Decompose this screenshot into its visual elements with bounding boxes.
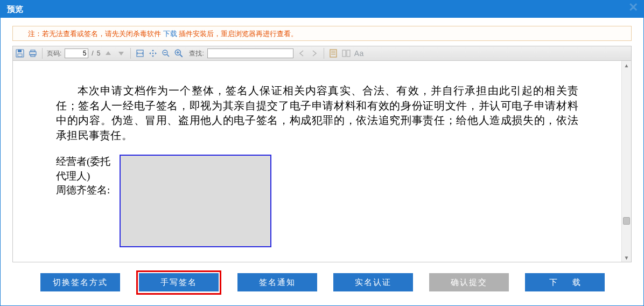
page-total: 5 — [97, 50, 101, 57]
page-number-input[interactable] — [65, 48, 88, 58]
svg-rect-19 — [342, 50, 346, 57]
download-button[interactable]: 下 载 — [525, 273, 605, 291]
signer-label-line1: 经营者(委托 — [56, 155, 118, 169]
scroll-up-icon[interactable]: ▲ — [622, 61, 631, 69]
svg-line-12 — [180, 54, 183, 57]
save-icon[interactable] — [15, 48, 25, 58]
search-next-icon[interactable] — [310, 48, 319, 58]
preview-modal: 预览 ✕ 注：若无法查看或签名，请先关闭杀毒软件 下载 插件安装后，重启浏览器再… — [0, 0, 644, 306]
scroll-down-icon[interactable]: ▼ — [622, 253, 631, 262]
pan-icon[interactable] — [148, 48, 158, 58]
notice-bar: 注：若无法查看或签名，请先关闭杀毒软件 下载 插件安装后，重启浏览器再进行查看。 — [12, 26, 632, 41]
real-name-auth-button[interactable]: 实名认证 — [333, 273, 413, 291]
sign-notify-button[interactable]: 签名通知 — [237, 273, 317, 291]
svg-rect-2 — [18, 54, 22, 57]
document-viewport: 本次申请文档作为一个整体，签名人保证相关内容真实、合法、有效，并自行承担由此引起… — [12, 61, 632, 262]
svg-rect-5 — [31, 54, 35, 57]
confirm-submit-button: 确认提交 — [429, 273, 509, 291]
modal-title: 预览 — [7, 4, 23, 13]
modal-header: 预览 ✕ — [1, 1, 643, 18]
svg-rect-1 — [18, 50, 22, 52]
text-select-icon[interactable]: Aa — [354, 49, 364, 58]
signature-area: 经营者(委托 代理人) 周德齐签名: — [56, 155, 271, 247]
hand-sign-highlight: 手写签名 — [136, 270, 221, 295]
toolbar-separator — [324, 48, 324, 59]
download-plugin-link[interactable]: 下载 — [163, 30, 177, 38]
print-icon[interactable] — [28, 48, 38, 58]
zoom-in-icon[interactable] — [174, 48, 184, 58]
notice-text-2: 插件安装后，重启浏览器再进行查看。 — [179, 30, 298, 38]
hand-sign-button[interactable]: 手写签名 — [139, 273, 219, 291]
document-body-text: 本次申请文档作为一个整体，签名人保证相关内容真实、合法、有效，并自行承担由此引起… — [56, 84, 578, 143]
page-up-icon[interactable] — [103, 48, 113, 58]
svg-rect-20 — [347, 50, 350, 57]
svg-rect-4 — [31, 50, 35, 52]
fit-width-icon[interactable] — [135, 48, 145, 58]
page-label: 页码: — [47, 49, 61, 58]
signer-label-line3: 周德齐签名: — [56, 183, 118, 198]
doc-toolbar: 页码: / 5 查找: — [12, 46, 632, 61]
action-button-row: 切换签名方式 手写签名 签名通知 实名认证 确认提交 下 载 — [1, 273, 644, 295]
signature-box[interactable] — [120, 155, 271, 247]
vertical-scrollbar[interactable]: ▲ ▼ — [621, 61, 631, 262]
toolbar-separator — [130, 48, 131, 59]
svg-rect-0 — [16, 50, 24, 57]
signer-label: 经营者(委托 代理人) 周德齐签名: — [56, 155, 118, 198]
dual-page-icon[interactable] — [341, 48, 351, 58]
page-total-slash: / — [92, 50, 93, 57]
search-prev-icon[interactable] — [297, 48, 306, 58]
scroll-thumb[interactable] — [623, 217, 630, 225]
close-icon[interactable]: ✕ — [627, 2, 639, 13]
svg-point-8 — [163, 50, 167, 55]
notice-text-1: 注：若无法查看或签名，请先关闭杀毒软件 — [28, 30, 161, 38]
signer-label-line2: 代理人) — [56, 169, 118, 184]
svg-rect-15 — [330, 50, 337, 57]
svg-point-11 — [176, 50, 181, 55]
page-view-icon[interactable] — [328, 48, 338, 58]
document-page: 本次申请文档作为一个整体，签名人保证相关内容真实、合法、有效，并自行承担由此引起… — [13, 61, 621, 262]
zoom-out-icon[interactable] — [161, 48, 171, 58]
svg-rect-3 — [30, 52, 36, 55]
switch-sign-mode-button[interactable]: 切换签名方式 — [40, 273, 120, 291]
page-down-icon[interactable] — [116, 48, 126, 58]
search-input[interactable] — [207, 48, 293, 58]
toolbar-separator — [42, 48, 43, 59]
svg-rect-6 — [137, 50, 143, 57]
svg-line-9 — [167, 54, 169, 57]
search-label: 查找: — [189, 49, 204, 58]
svg-point-7 — [152, 53, 154, 54]
